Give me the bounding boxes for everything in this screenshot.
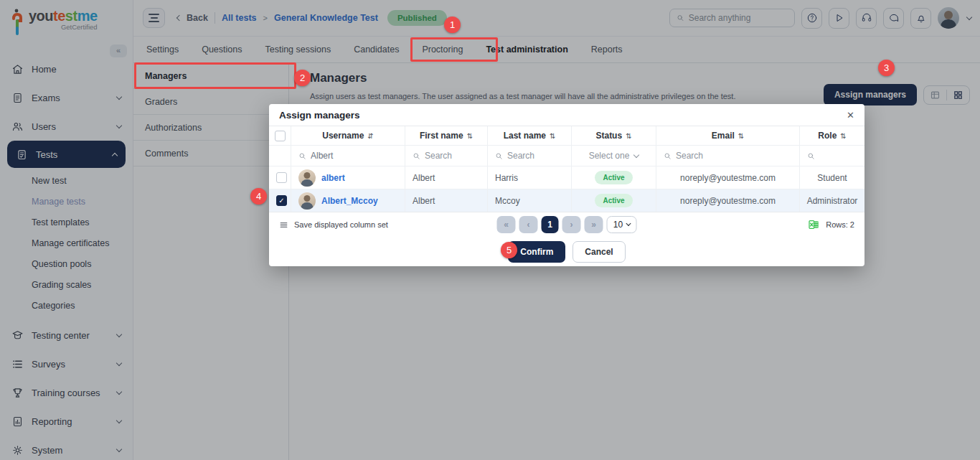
chevron-down-icon bbox=[626, 221, 631, 226]
table-filter-row: Select one bbox=[269, 145, 864, 166]
status-badge: Active bbox=[595, 194, 632, 207]
first-page-button[interactable]: « bbox=[497, 216, 516, 233]
search-icon bbox=[807, 152, 815, 160]
first-name-filter[interactable] bbox=[405, 146, 487, 166]
last-page-button[interactable]: » bbox=[585, 216, 603, 233]
table-footer: Save displayed column set « ‹ 1 › » 10 R… bbox=[269, 212, 864, 237]
select-all-checkbox[interactable] bbox=[275, 131, 286, 141]
email-filter-input[interactable] bbox=[676, 151, 792, 161]
search-icon bbox=[298, 152, 306, 160]
annotation-badge-2: 2 bbox=[294, 70, 311, 86]
search-icon bbox=[495, 152, 503, 160]
sort-icon[interactable]: ⇅ bbox=[840, 132, 846, 140]
annotation-box-managers bbox=[134, 62, 296, 89]
user-avatar bbox=[298, 169, 316, 187]
sort-icon[interactable]: ⇅ bbox=[550, 132, 555, 140]
role-filter[interactable] bbox=[799, 146, 864, 166]
username-filter-input[interactable] bbox=[311, 151, 397, 161]
row-checkbox[interactable] bbox=[276, 172, 287, 183]
row-checkbox[interactable] bbox=[276, 195, 287, 206]
first-name-cell: Albert bbox=[405, 166, 487, 189]
current-page-button[interactable]: 1 bbox=[542, 216, 559, 233]
export-excel-icon[interactable] bbox=[808, 219, 819, 230]
first-name-filter-input[interactable] bbox=[425, 151, 480, 161]
chevron-down-icon bbox=[633, 151, 639, 157]
prev-page-button[interactable]: ‹ bbox=[519, 216, 538, 233]
user-avatar bbox=[298, 192, 316, 210]
close-icon[interactable]: ✕ bbox=[847, 111, 854, 120]
list-icon bbox=[279, 220, 288, 230]
sort-icon[interactable]: ⇵ bbox=[367, 132, 373, 140]
search-icon bbox=[413, 152, 420, 160]
status-badge: Active bbox=[595, 171, 632, 184]
sort-icon[interactable]: ⇅ bbox=[626, 132, 631, 140]
sort-icon[interactable]: ⇅ bbox=[738, 132, 744, 140]
column-header-status[interactable]: Status⇅ bbox=[571, 126, 656, 145]
annotation-badge-1: 1 bbox=[444, 17, 461, 33]
column-header-last-name[interactable]: Last name⇅ bbox=[487, 126, 571, 145]
first-name-cell: Albert bbox=[405, 189, 487, 212]
username-filter[interactable] bbox=[291, 146, 405, 166]
email-cell: noreply@youtestme.com bbox=[656, 166, 799, 189]
sort-icon[interactable]: ⇅ bbox=[467, 132, 473, 140]
last-name-cell: Mccoy bbox=[487, 189, 571, 212]
next-page-button[interactable]: › bbox=[562, 216, 581, 233]
username-link[interactable]: Albert_Mccoy bbox=[321, 196, 378, 206]
assign-managers-modal: Assign managers ✕ Username⇵ First name⇅ … bbox=[269, 104, 864, 266]
annotation-badge-5: 5 bbox=[501, 242, 517, 258]
cancel-button[interactable]: Cancel bbox=[573, 241, 625, 263]
app-root: youtestme GetCertified « Home Exams User… bbox=[0, 0, 980, 460]
email-cell: noreply@youtestme.com bbox=[656, 189, 799, 212]
annotation-badge-4: 4 bbox=[250, 188, 267, 205]
email-filter[interactable] bbox=[656, 146, 799, 166]
column-header-role[interactable]: Role⇅ bbox=[799, 126, 864, 145]
column-header-username[interactable]: Username⇵ bbox=[291, 126, 405, 145]
pagination: « ‹ 1 › » 10 bbox=[497, 216, 637, 233]
annotation-box-test-administration bbox=[410, 37, 498, 62]
last-name-filter[interactable] bbox=[487, 146, 571, 166]
column-header-email[interactable]: Email⇅ bbox=[656, 126, 799, 145]
rows-count: Rows: 2 bbox=[826, 220, 854, 229]
modal-title: Assign managers bbox=[279, 110, 360, 121]
last-name-cell: Harris bbox=[487, 166, 571, 189]
table-header-row: Username⇵ First name⇅ Last name⇅ Status⇅… bbox=[269, 126, 864, 145]
column-header-first-name[interactable]: First name⇅ bbox=[405, 126, 487, 145]
last-name-filter-input[interactable] bbox=[507, 151, 564, 161]
status-filter-select[interactable]: Select one bbox=[579, 151, 649, 161]
table-row: Albert_Mccoy Albert Mccoy Active noreply… bbox=[269, 189, 864, 212]
username-link[interactable]: albert bbox=[321, 173, 345, 183]
modal-actions: Confirm Cancel bbox=[269, 237, 864, 266]
role-cell: Administrator bbox=[799, 189, 864, 212]
search-icon bbox=[664, 152, 672, 160]
table-row: albert Albert Harris Active noreply@yout… bbox=[269, 166, 864, 189]
save-column-set-button[interactable]: Save displayed column set bbox=[279, 220, 388, 230]
annotation-badge-3: 3 bbox=[878, 60, 895, 76]
page-size-select[interactable]: 10 bbox=[607, 216, 637, 233]
role-cell: Student bbox=[799, 166, 864, 189]
